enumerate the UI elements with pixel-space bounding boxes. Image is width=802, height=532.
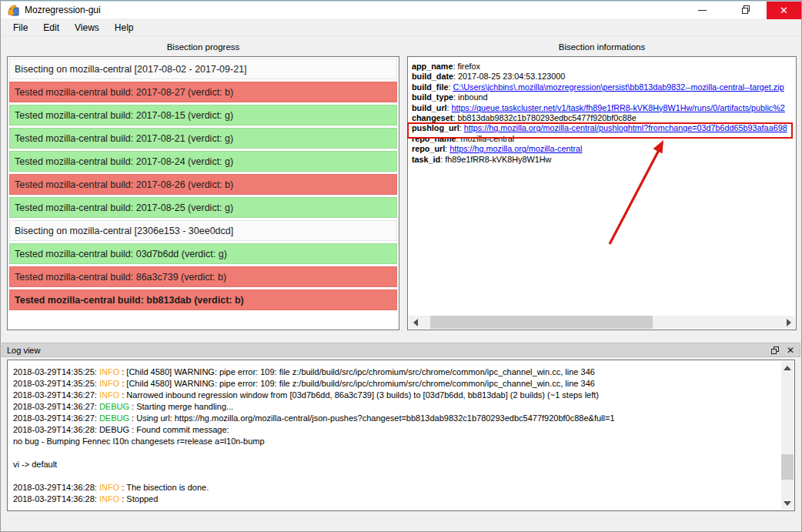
progress-list-item[interactable]: Tested mozilla-central build: 86a3c739 (… <box>9 266 397 287</box>
log-message: : Found commit message: <box>129 425 229 434</box>
restore-icon <box>742 7 749 14</box>
progress-list-item[interactable]: Tested mozilla-central build: 2017-08-24… <box>9 151 397 172</box>
info-key: build_file <box>412 82 448 92</box>
info-row-app_name: app_name: firefox <box>412 62 792 72</box>
menu-bar: FileEditViewsHelp <box>2 19 800 36</box>
log-level: INFO <box>99 379 119 388</box>
info-horizontal-scrollbar[interactable] <box>409 316 795 329</box>
log-message: : Stopped <box>119 494 158 504</box>
scrollbar-thumb[interactable] <box>430 316 653 329</box>
log-message: : Starting merge handling... <box>129 402 233 411</box>
app-icon <box>7 4 20 17</box>
log-message: no bug - Bumping Fennec l10n changesets … <box>13 437 265 446</box>
info-row-repo_url: repo_url: https://hg.mozilla.org/mozilla… <box>412 144 792 154</box>
info-value: inbound <box>458 92 487 102</box>
log-timestamp: 2018-03-29T14:36:28: <box>13 494 99 504</box>
menu-help[interactable]: Help <box>107 20 142 35</box>
menu-edit[interactable]: Edit <box>35 20 67 35</box>
title-bar: Mozregression-gui ✕ <box>1 1 801 18</box>
info-value: fh89e1fRR8-kVK8Hy8W1Hw <box>445 155 551 164</box>
progress-list-item[interactable]: Bisecting on mozilla-central [2306e153 -… <box>9 220 397 241</box>
progress-list-item[interactable]: Tested mozilla-central build: 2017-08-21… <box>9 128 397 149</box>
log-line: vi -> default <box>13 459 779 470</box>
log-lines: 2018-03-29T14:35:25: INFO : [Child 4580]… <box>13 366 779 505</box>
log-timestamp: 2018-03-29T14:36:28: <box>13 425 99 434</box>
log-line: 2018-03-29T14:36:28: INFO : Stopped <box>13 494 779 505</box>
info-row-pushlog_url: pushlog_url: https://hg.mozilla.org/mozi… <box>412 123 792 133</box>
info-value: firefox <box>457 62 480 71</box>
progress-list-item[interactable]: Tested mozilla-central build: 2017-08-26… <box>9 174 397 195</box>
dock-float-button[interactable] <box>771 346 780 355</box>
log-vertical-scrollbar[interactable] <box>781 361 794 510</box>
log-level: DEBUG <box>99 413 129 423</box>
minimize-icon <box>698 10 707 11</box>
info-row-build_url: build_url: https://queue.taskcluster.net… <box>412 103 792 113</box>
info-value-link[interactable]: https://hg.mozilla.org/mozilla-central <box>449 144 582 153</box>
progress-list-item[interactable]: Tested mozilla-central build: bb813dab (… <box>9 289 397 310</box>
info-key: build_date <box>412 72 453 81</box>
scroll-left-icon[interactable] <box>409 316 422 329</box>
info-value: 2017-08-25 23:04:53.123000 <box>458 72 565 81</box>
log-timestamp: 2018-03-29T14:35:25: <box>13 367 99 376</box>
progress-list-item[interactable]: Tested mozilla-central build: 2017-08-15… <box>9 105 397 125</box>
info-row-repo_name: repo_name: mozilla-central <box>412 134 792 144</box>
window-title: Mozregression-gui <box>25 5 101 15</box>
info-value-link[interactable]: https://queue.taskcluster.net/v1/task/fh… <box>452 103 785 112</box>
info-key: app_name <box>412 62 453 71</box>
info-row-build_date: build_date: 2017-08-25 23:04:53.123000 <box>412 72 792 82</box>
info-value-link[interactable]: C:\Users\jchbins\.mozilla\mozregression\… <box>453 82 784 92</box>
progress-list-item[interactable]: Bisecting on mozilla-central [2017-08-02… <box>9 59 397 79</box>
info-key: changeset <box>412 113 453 122</box>
log-timestamp: 2018-03-29T14:36:27: <box>13 413 99 423</box>
info-row-build_type: build_type: inbound <box>412 92 792 102</box>
menu-file[interactable]: File <box>5 20 35 35</box>
info-key: task_id <box>412 155 440 164</box>
log-message: : [Child 4580] WARNING: pipe error: 109:… <box>119 379 595 388</box>
progress-list-item[interactable]: Tested mozilla-central build: 2017-08-25… <box>9 197 397 218</box>
info-row-task_id: task_id: fh89e1fRR8-kVK8Hy8W1Hw <box>412 155 792 165</box>
log-timestamp: 2018-03-29T14:36:28: <box>13 483 99 492</box>
scrollbar-thumb[interactable] <box>781 454 794 480</box>
log-view-titlebar: Log view ✕ <box>2 343 800 357</box>
log-level: DEBUG <box>99 425 129 434</box>
minimize-button[interactable] <box>685 2 720 19</box>
info-key: build_type <box>412 92 453 102</box>
scroll-up-icon[interactable] <box>781 361 794 374</box>
log-message: : Using url: https://hg.mozilla.org/mozi… <box>129 413 615 423</box>
log-line: 2018-03-29T14:36:27: DEBUG : Starting me… <box>13 401 779 413</box>
menu-views[interactable]: Views <box>67 20 107 35</box>
log-message <box>13 448 15 457</box>
bisection-informations-panel: app_name: firefoxbuild_date: 2017-08-25 … <box>407 56 797 330</box>
info-value: bb813dab9832c1b780293edbc5477f920bf0c88e <box>457 113 636 122</box>
restore-button[interactable] <box>728 2 763 19</box>
dock-close-button[interactable]: ✕ <box>787 345 794 356</box>
log-message: : The bisection is done. <box>119 483 209 492</box>
log-level: INFO <box>99 367 119 376</box>
progress-list-item[interactable]: Tested mozilla-central build: 2017-08-27… <box>9 82 397 102</box>
log-timestamp: 2018-03-29T14:36:27: <box>13 390 99 400</box>
log-line: 2018-03-29T14:36:28: DEBUG : Found commi… <box>13 424 779 436</box>
log-message: vi -> default <box>13 460 57 469</box>
close-icon: ✕ <box>780 5 788 15</box>
info-row-build_file: build_file: C:\Users\jchbins\.mozilla\mo… <box>412 82 792 92</box>
progress-list-item[interactable]: Tested mozilla-central build: 03d7b6dd (… <box>9 243 397 264</box>
log-line: no bug - Bumping Fennec l10n changesets … <box>13 436 779 447</box>
log-line: 2018-03-29T14:36:28: INFO : The bisectio… <box>13 482 779 494</box>
info-key: repo_name <box>412 134 456 143</box>
log-level: DEBUG <box>99 402 129 411</box>
log-message: : Narrowed inbound regression window fro… <box>119 390 599 400</box>
log-line: 2018-03-29T14:36:27: DEBUG : Using url: … <box>13 413 779 424</box>
log-line <box>13 447 779 459</box>
scroll-right-icon[interactable] <box>782 316 795 329</box>
bisection-informations-title: Bisection informations <box>407 42 797 52</box>
log-level: INFO <box>99 390 119 400</box>
info-row-changeset: changeset: bb813dab9832c1b780293edbc5477… <box>412 113 792 123</box>
close-button[interactable]: ✕ <box>767 2 801 19</box>
log-timestamp: 2018-03-29T14:35:25: <box>13 379 99 388</box>
scroll-down-icon[interactable] <box>781 497 794 510</box>
log-level: INFO <box>99 494 119 504</box>
info-key: build_url <box>412 103 447 112</box>
info-value-link[interactable]: https://hg.mozilla.org/mozilla-central/p… <box>464 123 787 132</box>
log-view-title: Log view <box>7 346 40 355</box>
log-timestamp: 2018-03-29T14:36:27: <box>13 402 99 411</box>
